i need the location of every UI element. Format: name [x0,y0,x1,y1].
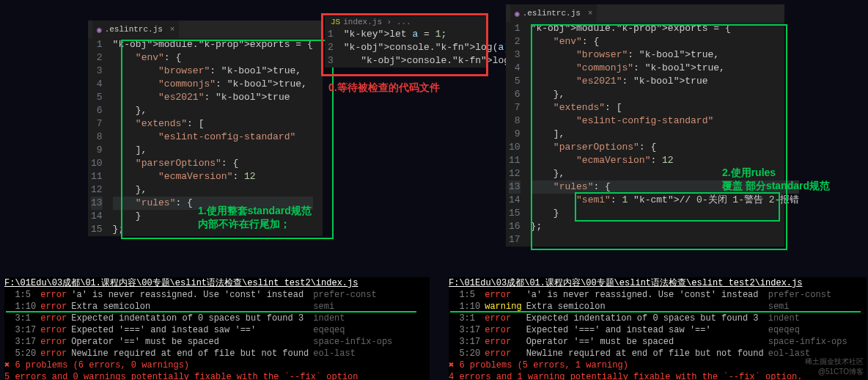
config-icon: ◉ [97,25,102,34]
terminal-left[interactable]: F:\01Edu\03成都\01.课程内容\00专题\eslint语法检查\es… [4,277,430,380]
tab-bar: ◉ .eslintrc.js × [88,21,323,38]
tab-label: .eslintrc.js [523,9,581,18]
annotation-2: 2.使用rules 覆盖 部分standard规范 [722,166,830,192]
row-highlight-left [6,311,416,313]
gutter: 123456789101112131415 [88,38,108,236]
tab-eslintrc[interactable]: ◉ .eslintrc.js × [510,4,597,22]
config-icon: ◉ [515,9,520,18]
lint-table: 1:5error'a' is never reassigned. Use 'co… [449,289,852,359]
tab-label: .eslintrc.js [105,25,163,34]
lint-row: 3:17errorOperator '==' must be spacedspa… [449,336,852,348]
summary-line-2: 4 errors and 1 warning potentially fixab… [449,371,867,380]
lint-table: 1:5error'a' is never reassigned. Use 'co… [4,289,397,359]
tab-bar: ◉ .eslintrc.js × [506,4,784,22]
annotation-1: 1.使用整套standard规范 内部不许在行尾加； [198,204,312,230]
lint-row: 3:1errorExpected indentation of 0 spaces… [449,313,852,324]
annotation-0: 0.等待被检查的代码文件 [328,81,440,94]
lint-row: 1:5error'a' is never reassigned. Use 'co… [4,289,397,301]
lint-row: 3:17errorOperator '==' must be spacedspa… [4,336,397,348]
highlight-box-mid [321,13,488,76]
lint-row: 3:17errorExpected '===' and instead saw … [449,324,852,336]
highlight-box-rules [575,192,780,222]
lint-row: 3:1errorExpected indentation of 0 spaces… [4,313,397,324]
close-icon[interactable]: × [170,25,175,34]
watermark: 稀土掘金技术社区@51CTO博客 [805,357,864,377]
summary-line-2: 5 errors and 0 warnings potentially fixa… [4,371,430,380]
lint-row: 5:20errorNewline required at end of file… [4,348,397,359]
lint-row: 1:5error'a' is never reassigned. Use 'co… [449,289,852,301]
gutter: 1234567891011121314151617 [506,22,526,246]
summary-line-1: ✖ 6 problems (6 errors, 0 warnings) [4,359,430,371]
close-icon[interactable]: × [588,9,593,18]
terminal-right[interactable]: F:\01Edu\03成都\01.课程内容\00专题\eslint语法检查\es… [449,277,867,380]
row-highlight-right [450,311,861,313]
tab-eslintrc[interactable]: ◉ .eslintrc.js × [92,21,179,38]
file-path: F:\01Edu\03成都\01.课程内容\00专题\eslint语法检查\es… [449,277,867,289]
lint-row: 3:17errorExpected '===' and instead saw … [4,324,397,336]
summary-line-1: ✖ 6 problems (5 errors, 1 warning) [449,359,867,371]
lint-row: 5:20errorNewline required at end of file… [449,348,852,359]
file-path: F:\01Edu\03成都\01.课程内容\00专题\eslint语法检查\es… [4,277,430,289]
